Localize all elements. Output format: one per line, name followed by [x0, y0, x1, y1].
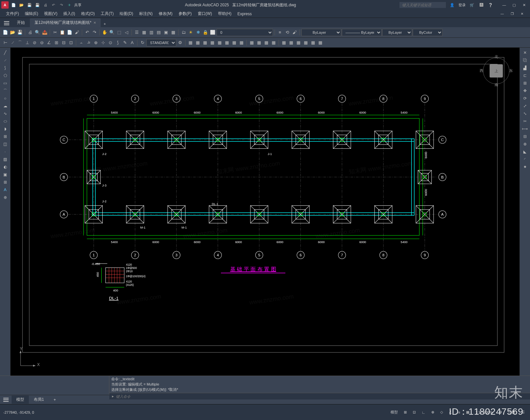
doc-restore-button[interactable]: ❐ — [507, 10, 517, 18]
block-tool-icon[interactable]: ◫ — [1, 140, 10, 148]
trim-tool-icon[interactable]: ✂ — [520, 118, 530, 125]
dimedit-icon[interactable]: ✎ — [122, 39, 128, 46]
t8-icon[interactable]: ▦ — [238, 39, 245, 46]
polar-toggle-icon[interactable]: ⊕ — [429, 409, 436, 415]
tab-model[interactable]: 模型 — [12, 395, 29, 404]
user-icon[interactable]: 👤 — [449, 2, 455, 8]
props-icon[interactable]: ☰ — [133, 29, 140, 36]
doc-minimize-button[interactable]: — — [498, 10, 507, 18]
dim-ord-icon[interactable]: ⊥ — [24, 39, 30, 46]
t18-icon[interactable]: ▦ — [317, 39, 324, 46]
match-icon[interactable]: 🖌 — [74, 29, 80, 36]
dim-rad-icon[interactable]: ⊘ — [31, 39, 38, 46]
layerstate-icon[interactable]: ≡ — [277, 29, 283, 36]
maximize-button[interactable]: ▢ — [509, 1, 519, 9]
region-tool-icon[interactable]: ▣ — [1, 171, 10, 178]
dim-ang-icon[interactable]: ∠ — [46, 39, 52, 46]
lineweight-select[interactable]: ByLayer — [382, 29, 412, 36]
dim-break-icon[interactable]: ⫡ — [85, 39, 92, 46]
qc-icon[interactable]: ▦ — [170, 29, 177, 36]
dimstyle-icon[interactable]: ⚙ — [177, 39, 184, 46]
tab-layout1[interactable]: 布局1 — [29, 395, 49, 404]
tab-file[interactable]: 某12m跨轻钢厂房建筑结构图纸*✕ — [30, 18, 101, 27]
extend-tool-icon[interactable]: ⟼ — [520, 125, 530, 132]
menu-window[interactable]: 窗口(W) — [195, 10, 215, 18]
saveas-icon[interactable]: 💾 — [34, 2, 40, 8]
share-label[interactable]: 共享 — [74, 3, 81, 8]
share-icon[interactable]: ✈ — [66, 2, 72, 8]
undo2-icon[interactable]: ↶ — [84, 29, 90, 36]
osnap-toggle-icon[interactable]: ◇ — [438, 409, 445, 415]
array-tool-icon[interactable]: ⊞ — [520, 79, 530, 87]
snap-toggle-icon[interactable]: ⊡ — [411, 409, 418, 415]
chamfer-tool-icon[interactable]: ◣ — [520, 148, 530, 155]
rotate-tool-icon[interactable]: ⟳ — [520, 95, 530, 102]
dim-linear-icon[interactable]: ⊢ — [2, 39, 9, 46]
markup-icon[interactable]: ▣ — [163, 29, 169, 36]
t14-icon[interactable]: ▦ — [288, 39, 294, 46]
layerprev-icon[interactable]: ⟲ — [284, 29, 291, 36]
help-icon[interactable]: ❔ — [488, 2, 494, 8]
redo-icon[interactable]: ↷ — [58, 2, 64, 8]
dim-base-icon[interactable]: ⊟ — [60, 39, 67, 46]
offset-tool-icon[interactable]: ⊏ — [520, 72, 530, 79]
menu-help[interactable]: 帮助(H) — [215, 10, 234, 18]
viewcube[interactable]: 上 北 南 东 西 — [480, 54, 513, 87]
layercolor-icon[interactable]: ⬜ — [209, 29, 216, 36]
arc-tool-icon[interactable]: ⌒ — [1, 87, 10, 94]
t1-icon[interactable]: ▦ — [187, 39, 194, 46]
sun-icon[interactable]: ☀ — [187, 29, 194, 36]
dim-dia-icon[interactable]: ⊖ — [38, 39, 45, 46]
tp-icon[interactable]: ▥ — [148, 29, 155, 36]
login-label[interactable]: 登录 — [458, 3, 466, 8]
t17-icon[interactable]: ▦ — [310, 39, 316, 46]
hamburger-menu[interactable] — [3, 19, 11, 27]
dim-cont-icon[interactable]: ⊡ — [68, 39, 74, 46]
menu-view[interactable]: 视图(V) — [41, 10, 60, 18]
pan-icon[interactable]: ✋ — [101, 29, 108, 36]
t10-icon[interactable]: ▦ — [256, 39, 262, 46]
hatch-tool-icon[interactable]: ▨ — [1, 156, 10, 163]
layout-menu-icon[interactable] — [2, 396, 10, 404]
t16-icon[interactable]: ▦ — [302, 39, 309, 46]
t13-icon[interactable]: ▦ — [281, 39, 287, 46]
t2-icon[interactable]: ▦ — [194, 39, 201, 46]
dimupdate-icon[interactable]: ↻ — [139, 39, 146, 46]
menu-modify[interactable]: 修改(M) — [156, 10, 175, 18]
publish-icon[interactable]: 📤 — [41, 29, 48, 36]
xline-tool-icon[interactable]: ⟋ — [1, 57, 10, 64]
preview-icon[interactable]: 🔍 — [34, 29, 41, 36]
undo-icon[interactable]: ↶ — [50, 2, 56, 8]
menu-tools[interactable]: 工具(T) — [98, 10, 116, 18]
t4-icon[interactable]: ▦ — [209, 39, 216, 46]
layer-select[interactable]: 0 — [217, 29, 273, 36]
t15-icon[interactable]: ▦ — [295, 39, 302, 46]
dim-quick-icon[interactable]: ⊞ — [53, 39, 60, 46]
inspect-icon[interactable]: ⊙ — [107, 39, 114, 46]
point-tool-icon[interactable]: · — [1, 148, 10, 155]
ssm-icon[interactable]: ▤ — [155, 29, 162, 36]
freeze-icon[interactable]: ❄ — [195, 29, 201, 36]
t7-icon[interactable]: ▦ — [231, 39, 238, 46]
plot-icon[interactable]: 🖨 — [42, 2, 48, 8]
t9-icon[interactable]: ▦ — [248, 39, 255, 46]
fillet-tool-icon[interactable]: ◜ — [520, 156, 530, 163]
dimtext-icon[interactable]: A — [129, 39, 135, 46]
minimize-button[interactable]: — — [500, 1, 509, 9]
zoom-icon[interactable]: 🔍 — [109, 29, 115, 36]
dim-arc-icon[interactable]: ⌒ — [17, 39, 23, 46]
command-input[interactable] — [116, 394, 527, 398]
linetype-select[interactable]: ———— ByLayerByLayer — [342, 29, 382, 36]
menu-draw[interactable]: 绘图(D) — [117, 10, 136, 18]
help-search-input[interactable] — [399, 2, 446, 8]
layermatch-icon[interactable]: 🖌 — [291, 29, 298, 36]
new-icon[interactable]: 📄 — [11, 2, 17, 8]
insert-tool-icon[interactable]: ⊞ — [1, 133, 10, 140]
redo2-icon[interactable]: ↷ — [91, 29, 98, 36]
mtext-tool-icon[interactable]: A — [1, 186, 10, 193]
dim-space-icon[interactable]: ⫠ — [78, 39, 84, 46]
zoomprev-icon[interactable]: ◁ — [123, 29, 130, 36]
doc-close-button[interactable]: ✕ — [517, 10, 527, 18]
jogged-icon[interactable]: ⟆ — [114, 39, 121, 46]
menu-dim[interactable]: 标注(N) — [136, 10, 155, 18]
